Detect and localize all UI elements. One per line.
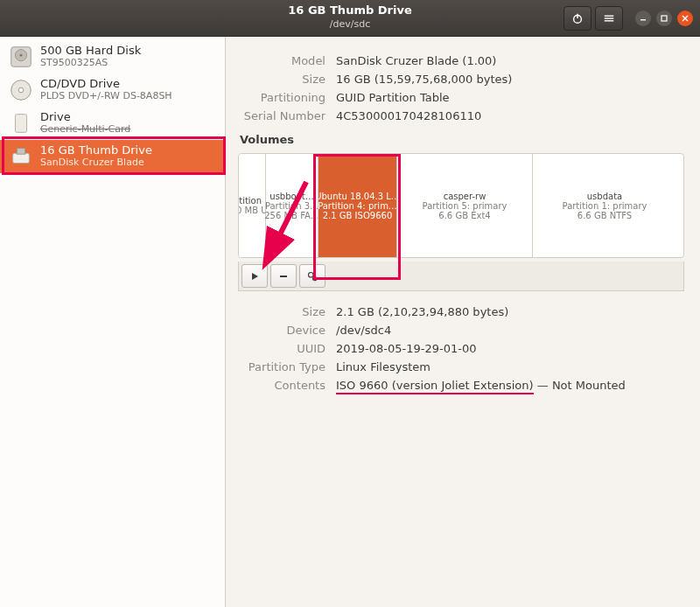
sidebar-item-hard-disk[interactable]: 500 GB Hard Disk ST9500325AS xyxy=(0,40,225,73)
vol-device-value: /dev/sdc4 xyxy=(336,324,391,337)
volumes-heading: Volumes xyxy=(240,133,684,146)
svg-rect-5 xyxy=(640,19,646,20)
partition-desc: Partition 5: primary xyxy=(423,201,508,211)
partition-desc: Partition 3… xyxy=(265,201,318,211)
vol-contents-label: Contents xyxy=(238,379,326,392)
sidebar-item-label: 16 GB Thumb Drive xyxy=(40,144,152,157)
gears-icon xyxy=(306,270,318,283)
sidebar-item-sublabel: PLDS DVD+/-RW DS-8A8SH xyxy=(40,91,172,102)
svg-marker-17 xyxy=(252,273,258,280)
svg-rect-4 xyxy=(605,20,614,21)
partition-map: Partition 2…1.0 MB U…usbboot…Partition 3… xyxy=(238,153,684,258)
vol-contents-suffix: — Not Mounted xyxy=(534,379,626,392)
svg-point-11 xyxy=(20,54,23,57)
settings-button[interactable] xyxy=(299,264,326,288)
play-icon xyxy=(249,271,260,282)
main-panel: ModelSanDisk Cruzer Blade (1.00) Size16 … xyxy=(226,37,700,607)
menu-button[interactable] xyxy=(595,6,623,31)
maximize-icon xyxy=(660,14,668,23)
vol-device-label: Device xyxy=(238,324,326,337)
headerbar: 16 GB Thumb Drive /dev/sdc xyxy=(0,0,700,37)
volume-toolbar xyxy=(238,262,684,291)
usb-drive-icon xyxy=(7,143,35,171)
partition-size: 2.1 GB ISO9660 xyxy=(323,211,393,220)
partition-block[interactable]: usbdataPartition 1: primary6.6 GB NTFS xyxy=(532,154,676,257)
partition-name: casper-rw xyxy=(444,192,486,201)
minimize-button[interactable] xyxy=(635,10,651,26)
power-button[interactable] xyxy=(564,6,592,31)
svg-point-20 xyxy=(312,276,316,280)
svg-rect-15 xyxy=(13,153,30,163)
close-icon xyxy=(681,14,690,23)
sidebar-item-label: CD/DVD Drive xyxy=(40,78,172,91)
svg-rect-3 xyxy=(605,17,614,18)
partition-name: usbdata xyxy=(587,192,622,201)
maximize-button[interactable] xyxy=(656,10,672,26)
partition-desc: Partition 1: primary xyxy=(563,201,648,211)
sidebar-item-label: Drive xyxy=(40,111,130,124)
sidebar-item-sublabel: SanDisk Cruzer Blade xyxy=(40,157,152,169)
model-label: Model xyxy=(238,54,326,67)
svg-rect-6 xyxy=(662,16,667,21)
vol-uuid-value: 2019-08-05-19-29-01-00 xyxy=(336,342,476,355)
partition-name: Ubuntu 18.04.3 L… xyxy=(315,192,400,201)
partition-block[interactable]: casper-rwPartition 5: primary6.6 GB Ext4 xyxy=(396,154,532,257)
device-sidebar: 500 GB Hard Disk ST9500325AS CD/DVD Driv… xyxy=(0,37,226,607)
vol-size-label: Size xyxy=(238,305,326,318)
svg-rect-16 xyxy=(17,149,24,155)
svg-rect-2 xyxy=(605,15,614,16)
size-value: 16 GB (15,59,75,68,000 bytes) xyxy=(336,73,512,86)
sidebar-item-card-reader[interactable]: Drive Generic-Multi-Card xyxy=(0,107,225,140)
sidebar-item-sublabel: Generic-Multi-Card xyxy=(40,124,130,136)
partition-size: 256 MB FA… xyxy=(264,211,319,220)
minus-icon xyxy=(278,271,289,282)
partition-size: 6.6 GB NTFS xyxy=(578,211,632,220)
sidebar-item-label: 500 GB Hard Disk xyxy=(40,45,141,58)
partition-size: 6.6 GB Ext4 xyxy=(438,211,490,220)
mount-button[interactable] xyxy=(242,264,268,288)
vol-size-value: 2.1 GB (2,10,23,94,880 bytes) xyxy=(336,305,508,318)
svg-point-13 xyxy=(18,87,24,93)
optical-disc-icon xyxy=(7,76,35,104)
vol-uuid-label: UUID xyxy=(238,342,326,355)
svg-rect-14 xyxy=(15,115,26,133)
partition-block[interactable]: Ubuntu 18.04.3 L…Partition 4: prim…2.1 G… xyxy=(318,154,396,257)
sidebar-item-sublabel: ST9500325AS xyxy=(40,58,141,69)
minimize-icon xyxy=(639,14,648,23)
model-value: SanDisk Cruzer Blade (1.00) xyxy=(336,54,496,67)
delete-partition-button[interactable] xyxy=(270,264,297,288)
vol-ptype-label: Partition Type xyxy=(238,360,326,373)
svg-point-19 xyxy=(308,272,313,277)
sidebar-item-cd-dvd[interactable]: CD/DVD Drive PLDS DVD+/-RW DS-8A8SH xyxy=(0,73,225,107)
partitioning-value: GUID Partition Table xyxy=(336,91,450,104)
partition-block[interactable]: usbboot…Partition 3…256 MB FA… xyxy=(265,154,318,257)
serial-label: Serial Number xyxy=(238,109,326,122)
serial-value: 4C530000170428106110 xyxy=(336,109,481,122)
vol-ptype-value: Linux Filesystem xyxy=(336,360,430,373)
size-label: Size xyxy=(238,73,326,86)
hard-disk-icon xyxy=(7,43,35,71)
sd-card-icon xyxy=(7,109,35,137)
vol-contents-underlined: ISO 9660 (version Joliet Extension) xyxy=(336,379,534,394)
partitioning-label: Partitioning xyxy=(238,91,326,104)
partition-name: usbboot… xyxy=(270,192,313,201)
close-button[interactable] xyxy=(677,10,693,26)
power-icon xyxy=(571,12,584,24)
hamburger-icon xyxy=(603,12,615,24)
sidebar-item-thumb-drive[interactable]: 16 GB Thumb Drive SanDisk Cruzer Blade xyxy=(0,140,225,173)
partition-desc: Partition 4: prim… xyxy=(318,201,397,211)
vol-contents-value: ISO 9660 (version Joliet Extension) — No… xyxy=(336,379,626,392)
partition-block[interactable]: Partition 2…1.0 MB U… xyxy=(239,154,265,257)
svg-rect-18 xyxy=(280,276,287,277)
